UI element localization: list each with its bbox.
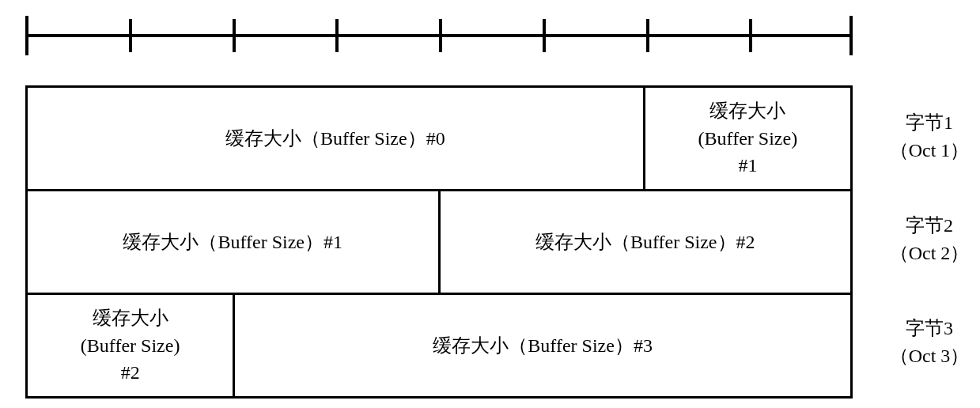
ruler-tick <box>439 19 442 52</box>
ruler-tick <box>849 16 853 55</box>
field-label-line: (Buffer Size) <box>698 125 798 153</box>
table-row: 缓存大小（Buffer Size）#1 缓存大小（Buffer Size）#2 <box>28 189 850 293</box>
diagram-root: 缓存大小（Buffer Size）#0 缓存大小 (Buffer Size) #… <box>16 16 965 399</box>
field-label-line: 缓存大小 <box>93 304 168 332</box>
octet-label-top: 字节2 <box>906 215 953 236</box>
octet-label-bot: （Oct 1） <box>890 140 970 161</box>
ruler-tick <box>335 19 339 52</box>
field-label: 缓存大小（Buffer Size）#2 <box>535 229 755 256</box>
ruler-tick <box>233 19 236 52</box>
ruler-tick <box>25 16 28 55</box>
octet-label-bot: （Oct 2） <box>890 243 970 263</box>
table-row: 缓存大小（Buffer Size）#0 缓存大小 (Buffer Size) #… <box>28 88 850 189</box>
octet-label-bot: （Oct 3） <box>890 346 970 366</box>
field-label-line: (Buffer Size) <box>81 332 180 360</box>
field-cell: 缓存大小（Buffer Size）#0 <box>28 88 643 189</box>
bit-ruler <box>25 16 853 63</box>
octet-label-top: 字节1 <box>906 112 953 133</box>
ruler-tick <box>129 19 132 52</box>
field-cell: 缓存大小（Buffer Size）#2 <box>438 191 851 293</box>
field-cell: 缓存大小 (Buffer Size) #1 <box>643 88 850 189</box>
ruler-tick <box>749 19 752 52</box>
field-label-line: 缓存大小 <box>709 97 785 125</box>
ruler-tick <box>543 19 546 52</box>
octet-label-top: 字节3 <box>906 318 953 338</box>
octet-label: 字节3 （Oct 3） <box>862 315 980 370</box>
octet-label: 字节1 （Oct 1） <box>862 109 980 164</box>
field-label: 缓存大小（Buffer Size）#1 <box>123 229 342 256</box>
field-cell: 缓存大小（Buffer Size）#3 <box>233 295 850 396</box>
field-cell: 缓存大小（Buffer Size）#1 <box>28 191 438 293</box>
bitfield-table: 缓存大小（Buffer Size）#0 缓存大小 (Buffer Size) #… <box>25 85 853 399</box>
table-row: 缓存大小 (Buffer Size) #2 缓存大小（Buffer Size）#… <box>28 293 850 396</box>
ruler-tick <box>646 19 649 52</box>
field-label-line: #1 <box>738 152 757 179</box>
octet-label: 字节2 （Oct 2） <box>862 212 980 267</box>
field-label: 缓存大小（Buffer Size）#0 <box>225 125 445 153</box>
field-label: 缓存大小（Buffer Size）#3 <box>433 332 653 360</box>
field-cell: 缓存大小 (Buffer Size) #2 <box>28 295 233 396</box>
field-label-line: #2 <box>121 359 140 387</box>
